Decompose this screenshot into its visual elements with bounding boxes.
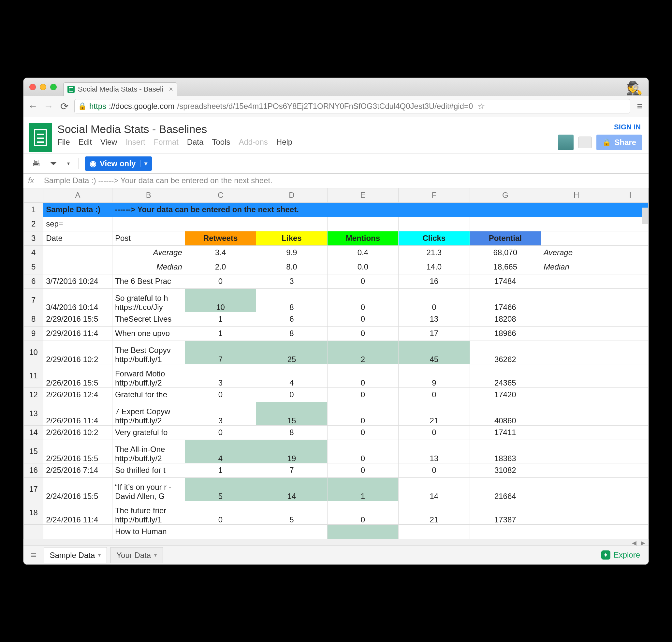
cell[interactable]: 36262 [470, 341, 541, 364]
cell[interactable]: 2/25/2016 7:14 [43, 463, 113, 477]
cell[interactable]: 2/26/2016 11:4 [43, 402, 113, 425]
cell[interactable] [541, 288, 612, 312]
cell[interactable]: 3.4 [185, 245, 256, 260]
cell[interactable]: 17466 [470, 288, 541, 312]
cell[interactable] [256, 524, 327, 539]
cell[interactable]: 0 [327, 463, 398, 477]
close-tab-icon[interactable]: × [169, 85, 173, 93]
cell[interactable]: 2 [327, 341, 398, 364]
cell[interactable] [43, 524, 113, 539]
row-header[interactable]: 7 [24, 288, 43, 312]
cell[interactable] [541, 402, 612, 425]
col-header-B[interactable]: B [112, 188, 185, 202]
comments-icon[interactable] [578, 137, 592, 148]
cell[interactable]: 24365 [470, 364, 541, 387]
cell[interactable]: 19 [256, 440, 327, 463]
cell[interactable]: The All-in-One http://buff.ly/2 [112, 440, 185, 463]
cell[interactable]: 4 [185, 440, 256, 463]
cell[interactable]: 5 [185, 477, 256, 501]
cell[interactable]: 18363 [470, 440, 541, 463]
scroll-arrows-icon[interactable]: ◀ ▶ [632, 539, 647, 547]
cell[interactable] [541, 274, 612, 288]
all-sheets-button[interactable]: ≡ [27, 550, 40, 561]
cell[interactable]: 17 [399, 326, 470, 341]
cell[interactable]: 21664 [470, 477, 541, 501]
cell[interactable] [541, 463, 612, 477]
cell[interactable]: TheSecret Lives [112, 312, 185, 326]
cell[interactable] [541, 425, 612, 440]
cell[interactable]: 2/29/2016 11:4 [43, 326, 113, 341]
cell[interactable]: 0 [327, 440, 398, 463]
row-header[interactable]: 18 [24, 501, 43, 524]
cell[interactable]: 21 [399, 501, 470, 524]
cell[interactable]: 2/24/2016 11:4 [43, 501, 113, 524]
cell[interactable]: 1 [327, 477, 398, 501]
browser-menu-button[interactable]: ≡ [635, 101, 645, 112]
reload-button[interactable]: ⟳ [59, 101, 70, 112]
cell[interactable]: Mentions [327, 231, 398, 245]
row-header[interactable]: 4 [24, 245, 43, 260]
horizontal-scrollbar[interactable]: ◀ ▶ [24, 539, 648, 545]
cell[interactable]: 18208 [470, 312, 541, 326]
cell[interactable]: 16 [399, 274, 470, 288]
cell[interactable]: 7 Expert Copyw http://buff.ly/2 [112, 402, 185, 425]
cell[interactable]: Forward Motio http://buff.ly/2 [112, 364, 185, 387]
close-window-button[interactable] [29, 84, 36, 90]
row-header[interactable]: 13 [24, 402, 43, 425]
cell[interactable]: 2/29/2016 10:2 [43, 341, 113, 364]
cell[interactable]: 31082 [470, 463, 541, 477]
menu-tools[interactable]: Tools [212, 138, 230, 147]
row-header[interactable]: 16 [24, 463, 43, 477]
menu-file[interactable]: File [57, 138, 70, 147]
cell[interactable]: 9 [399, 364, 470, 387]
formula-bar[interactable]: fx Sample Data :) ------> Your data can … [24, 174, 648, 188]
cell[interactable]: So thrilled for t [112, 463, 185, 477]
cell[interactable]: 10 [185, 288, 256, 312]
row-header[interactable]: 14 [24, 425, 43, 440]
cell[interactable]: 3/4/2016 10:14 [43, 288, 113, 312]
back-button[interactable]: ← [27, 101, 38, 112]
forward-button[interactable]: → [43, 101, 54, 112]
cell[interactable]: How to Human [112, 524, 185, 539]
cell[interactable]: The 6 Best Prac [112, 274, 185, 288]
cell[interactable]: So grateful to h https://t.co/Jiy [112, 288, 185, 312]
cell[interactable]: Very grateful fo [112, 425, 185, 440]
cell[interactable]: 45 [399, 341, 470, 364]
cell[interactable]: 14 [399, 477, 470, 501]
chevron-down-icon[interactable]: ▾ [154, 552, 157, 558]
menu-edit[interactable]: Edit [79, 138, 92, 147]
cell[interactable]: 0 [256, 387, 327, 402]
filter-icon[interactable]: ⏷ [48, 157, 60, 170]
spreadsheet-grid[interactable]: A B C D E F G H I 1 Sample Data :) -----… [24, 188, 648, 539]
cell[interactable]: 0 [399, 387, 470, 402]
cell[interactable]: 0 [185, 274, 256, 288]
cell[interactable]: Median [112, 260, 185, 274]
row-header[interactable]: 9 [24, 326, 43, 341]
cell[interactable]: Average [112, 245, 185, 260]
cell[interactable]: 0 [327, 326, 398, 341]
row-header[interactable]: 15 [24, 440, 43, 463]
cell[interactable]: 2/26/2016 10:2 [43, 425, 113, 440]
cell[interactable]: 7 [256, 463, 327, 477]
cell[interactable]: When one upvo [112, 326, 185, 341]
cell[interactable]: 8 [256, 288, 327, 312]
cell[interactable]: 4 [256, 364, 327, 387]
cell[interactable] [541, 387, 612, 402]
cell[interactable]: 1 [185, 312, 256, 326]
cell[interactable] [541, 477, 612, 501]
cell[interactable] [43, 260, 113, 274]
cell[interactable]: Date [43, 231, 113, 245]
bookmark-star-icon[interactable]: ☆ [477, 101, 485, 112]
menu-view[interactable]: View [100, 138, 117, 147]
cell[interactable]: 0 [327, 425, 398, 440]
cell[interactable]: 8.0 [256, 260, 327, 274]
row-header[interactable] [24, 524, 43, 539]
menu-help[interactable]: Help [276, 138, 292, 147]
select-all-cell[interactable] [24, 188, 43, 202]
view-only-button[interactable]: ◉ View only ▾ [85, 156, 152, 171]
cell[interactable]: 0 [327, 364, 398, 387]
cell[interactable]: 0 [185, 501, 256, 524]
cell[interactable]: 13 [399, 312, 470, 326]
cell[interactable] [112, 217, 185, 231]
cell[interactable] [541, 312, 612, 326]
